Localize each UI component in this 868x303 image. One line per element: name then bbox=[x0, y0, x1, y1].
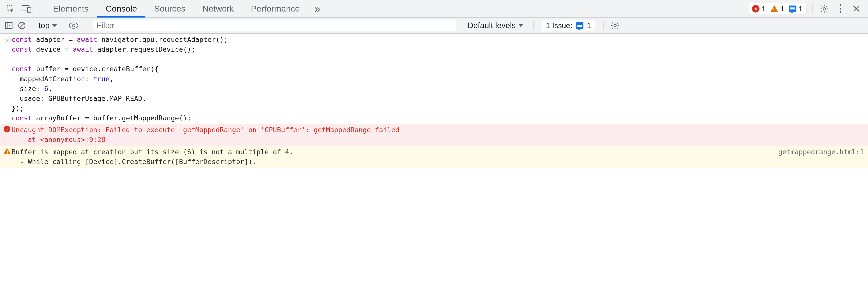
error-count-value: 1 bbox=[762, 4, 766, 13]
info-icon bbox=[576, 22, 583, 29]
tab-sources[interactable]: Sources bbox=[146, 0, 194, 17]
separator bbox=[84, 21, 84, 30]
tab-performance[interactable]: Performance bbox=[242, 0, 308, 17]
inspect-element-icon[interactable] bbox=[2, 1, 19, 17]
error-count[interactable]: 1 bbox=[752, 4, 766, 13]
issues-count: 1 bbox=[587, 21, 591, 30]
right-tool-group: 1 1 1 ✕ bbox=[748, 0, 868, 17]
error-icon: ✕ bbox=[4, 126, 10, 132]
tab-network[interactable]: Network bbox=[194, 0, 242, 17]
caret-down-icon bbox=[52, 24, 57, 27]
warning-count[interactable]: 1 bbox=[770, 4, 785, 13]
execution-context-selector[interactable]: top bbox=[36, 21, 60, 30]
sidebar-toggle-icon[interactable] bbox=[2, 18, 15, 34]
more-menu-icon[interactable] bbox=[832, 1, 848, 17]
console-messages: › const adapter = await navigator.gpu.re… bbox=[0, 34, 868, 168]
filter-input[interactable] bbox=[96, 21, 452, 30]
svg-rect-2 bbox=[27, 7, 31, 12]
svg-point-8 bbox=[72, 24, 75, 27]
console-toolbar: top Default levels 1 Issue: 1 bbox=[0, 18, 868, 34]
tab-label: Console bbox=[106, 4, 137, 13]
info-count-value: 1 bbox=[799, 4, 803, 13]
separator bbox=[63, 21, 63, 30]
chevrons-right-icon: » bbox=[314, 2, 319, 15]
warning-icon bbox=[770, 5, 778, 12]
tabs-overflow-button[interactable]: » bbox=[308, 0, 325, 17]
separator bbox=[32, 21, 32, 30]
levels-label: Default levels bbox=[467, 21, 516, 30]
tab-console[interactable]: Console bbox=[97, 0, 146, 17]
left-tool-group bbox=[0, 0, 44, 17]
console-settings-icon[interactable] bbox=[607, 18, 623, 34]
tab-label: Sources bbox=[154, 4, 185, 13]
code-content: const adapter = await navigator.gpu.requ… bbox=[11, 35, 864, 123]
info-icon bbox=[789, 5, 797, 12]
prompt-icon: › bbox=[2, 35, 11, 123]
separator bbox=[533, 21, 534, 30]
warning-count-value: 1 bbox=[780, 4, 785, 13]
console-warning-row[interactable]: getmappedrange.html:1Buffer is mapped at… bbox=[0, 146, 868, 168]
separator bbox=[38, 3, 38, 14]
svg-point-3 bbox=[823, 7, 826, 10]
svg-line-7 bbox=[20, 23, 24, 28]
issues-button[interactable]: 1 Issue: 1 bbox=[542, 20, 595, 31]
filter-box[interactable] bbox=[92, 20, 456, 31]
console-input-row[interactable]: › const adapter = await navigator.gpu.re… bbox=[0, 34, 868, 124]
source-link[interactable]: getmappedrange.html:1 bbox=[778, 147, 864, 157]
live-expression-icon[interactable] bbox=[67, 18, 81, 34]
separator bbox=[812, 3, 813, 14]
warning-icon bbox=[3, 148, 10, 154]
close-icon[interactable]: ✕ bbox=[848, 1, 865, 17]
log-levels-selector[interactable]: Default levels bbox=[461, 21, 530, 30]
panel-tabs: Elements Console Sources Network Perform… bbox=[44, 0, 325, 17]
error-text: Uncaught DOMException: Failed to execute… bbox=[11, 125, 864, 144]
svg-rect-4 bbox=[5, 23, 12, 29]
caret-down-icon bbox=[518, 24, 523, 27]
tab-label: Network bbox=[203, 4, 234, 13]
tab-label: Elements bbox=[53, 4, 89, 13]
devtools-tabstrip: Elements Console Sources Network Perform… bbox=[0, 0, 868, 18]
spacer bbox=[325, 0, 748, 17]
error-gutter: ✕ bbox=[2, 125, 11, 144]
error-icon bbox=[752, 5, 760, 12]
settings-icon[interactable] bbox=[816, 1, 832, 17]
separator bbox=[603, 21, 603, 30]
info-count[interactable]: 1 bbox=[789, 4, 803, 13]
issues-label: 1 Issue: bbox=[546, 21, 572, 30]
message-counts[interactable]: 1 1 1 bbox=[748, 3, 806, 15]
context-label: top bbox=[38, 21, 50, 30]
warning-gutter bbox=[2, 147, 11, 167]
tab-elements[interactable]: Elements bbox=[44, 0, 97, 17]
svg-point-9 bbox=[614, 24, 617, 27]
console-error-row[interactable]: ✕ Uncaught DOMException: Failed to execu… bbox=[0, 124, 868, 146]
clear-console-icon[interactable] bbox=[15, 18, 29, 34]
device-toolbar-icon[interactable] bbox=[19, 1, 35, 17]
tab-label: Performance bbox=[251, 4, 300, 13]
warning-text: getmappedrange.html:1Buffer is mapped at… bbox=[11, 147, 864, 167]
